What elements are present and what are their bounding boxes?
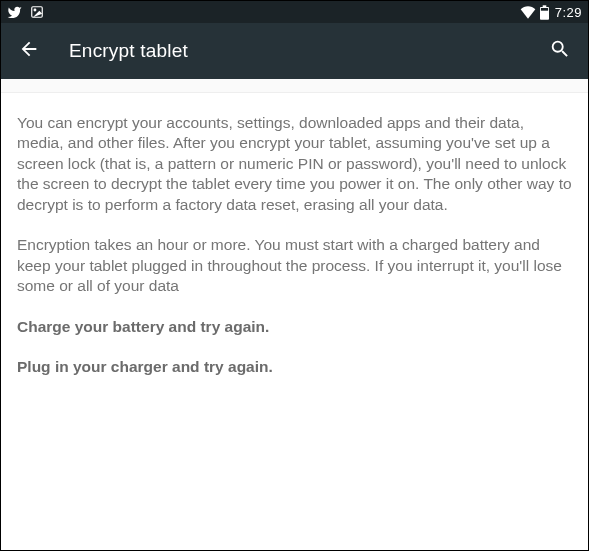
arrow-back-icon: [18, 38, 40, 64]
battery-warning: Charge your battery and try again.: [17, 317, 572, 337]
description-paragraph-1: You can encrypt your accounts, settings,…: [17, 113, 572, 215]
app-bar: Encrypt tablet: [1, 23, 588, 79]
charger-warning: Plug in your charger and try again.: [17, 357, 572, 377]
svg-point-1: [34, 9, 36, 11]
status-left-icons: [7, 5, 44, 20]
search-icon: [549, 38, 571, 64]
back-button[interactable]: [15, 37, 43, 65]
svg-rect-4: [541, 8, 548, 11]
search-button[interactable]: [546, 37, 574, 65]
image-icon: [30, 5, 44, 19]
page-title: Encrypt tablet: [69, 40, 188, 62]
twitter-icon: [7, 5, 22, 20]
screen: 7:29 Encrypt tablet You can encrypt your…: [0, 0, 589, 551]
header-gap: [1, 79, 588, 93]
status-right-icons: 7:29: [520, 5, 582, 20]
description-paragraph-2: Encryption takes an hour or more. You mu…: [17, 235, 572, 296]
svg-rect-3: [542, 5, 546, 7]
status-clock: 7:29: [555, 5, 582, 20]
content-body: You can encrypt your accounts, settings,…: [1, 93, 588, 414]
wifi-icon: [520, 5, 536, 19]
battery-icon: [540, 5, 549, 20]
status-bar: 7:29: [1, 1, 588, 23]
